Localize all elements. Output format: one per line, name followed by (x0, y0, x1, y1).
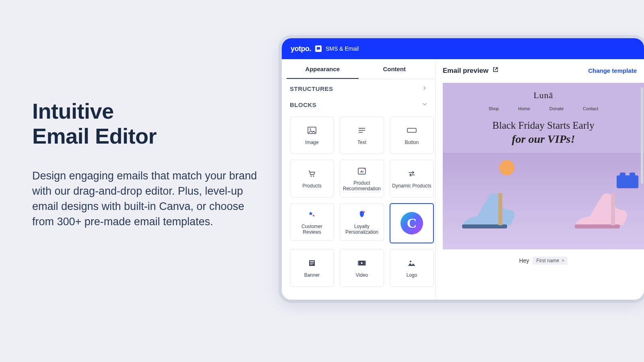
structures-label: STRUCTURES (290, 85, 333, 92)
greeting-row: Hey First name × (443, 249, 644, 270)
block-dynamic-products[interactable]: Dynamic Products (390, 160, 434, 197)
chevron-right-icon (422, 85, 427, 92)
product-name: SMS & Email (326, 45, 359, 52)
block-image-label: Image (305, 140, 318, 145)
hero-title-line1: Intuitive (32, 99, 114, 123)
svg-rect-17 (365, 261, 366, 265)
block-button-label: Button (405, 140, 419, 145)
block-text-label: Text (357, 140, 366, 145)
headline-line1: Black Friday Starts Early (443, 120, 644, 131)
banner-icon (308, 258, 316, 268)
merge-tag-chip[interactable]: First name × (533, 257, 568, 265)
ai-icon: AI (357, 166, 366, 176)
headline-line2: for our VIPs! (443, 133, 644, 146)
email-preview-card: Lunā Shop Home Donate Contact Black Frid… (443, 83, 644, 270)
marketing-hero: Intuitive Email Editor Design engaging e… (32, 99, 258, 229)
svg-rect-5 (407, 128, 416, 132)
canva-icon: C (400, 212, 423, 234)
blocks-grid: Image Text Button (282, 113, 435, 295)
product-shoe-pink (564, 173, 632, 241)
nav-shop[interactable]: Shop (489, 106, 499, 111)
block-product-recommendation[interactable]: AI Product Recommendation (340, 160, 384, 197)
block-button[interactable]: Button (390, 116, 434, 154)
blocks-label: BLOCKS (290, 101, 316, 108)
svg-point-6 (311, 175, 312, 177)
hero-body: Design engaging emails that match your b… (32, 169, 258, 229)
chip-remove-icon[interactable]: × (561, 258, 564, 263)
image-icon (308, 125, 316, 136)
hero-banner: Black Friday Starts Early for our VIPs! (443, 114, 644, 150)
store-nav: Shop Home Donate Contact (443, 101, 644, 114)
text-icon (358, 125, 366, 136)
app-window: yotpo. SMS & Email Appearance Content ST… (282, 38, 644, 300)
block-logo-label: Logo (407, 272, 417, 278)
cart-icon (308, 169, 316, 179)
svg-rect-16 (358, 261, 359, 265)
swap-icon (407, 169, 416, 179)
svg-rect-22 (611, 193, 615, 225)
button-icon (407, 125, 417, 136)
block-customer-reviews[interactable]: Customer Reviews (290, 203, 334, 241)
product-shoe-blue (455, 173, 523, 241)
block-text[interactable]: Text (340, 116, 384, 154)
svg-rect-12 (310, 261, 314, 262)
svg-point-10 (363, 211, 365, 212)
preview-title: Email preview (443, 67, 488, 75)
preview-panel: Email preview Change template Lunā Shop … (436, 59, 644, 300)
brand-badge-icon (315, 45, 322, 52)
section-structures[interactable]: STRUCTURES (282, 79, 435, 97)
block-products[interactable]: Products (290, 160, 334, 197)
block-video-label: Video (356, 272, 368, 278)
block-video[interactable]: Video (340, 249, 384, 287)
star-icon (308, 209, 316, 220)
editor-panel: Appearance Content STRUCTURES BLOCKS (282, 59, 436, 300)
editor-tabs: Appearance Content (282, 59, 435, 79)
block-image[interactable]: Image (290, 116, 334, 154)
app-header: yotpo. SMS & Email (282, 38, 644, 59)
scrollbar-thumb[interactable] (641, 87, 643, 184)
block-reviews-label: Customer Reviews (292, 224, 332, 235)
block-dynprod-label: Dynamic Products (392, 183, 431, 189)
hero-image (443, 153, 644, 249)
block-logo[interactable]: Logo (390, 249, 434, 287)
svg-rect-13 (310, 263, 314, 263)
video-icon (357, 258, 367, 268)
svg-point-1 (310, 128, 311, 130)
nav-donate[interactable]: Donate (549, 106, 564, 111)
nav-home[interactable]: Home (518, 106, 530, 111)
block-canva[interactable]: C (390, 203, 434, 243)
logo-icon (407, 258, 416, 268)
block-loyalty-personalization[interactable]: Loyalty Personalization (340, 203, 384, 241)
chevron-down-icon (422, 101, 427, 108)
loyalty-icon (358, 209, 366, 220)
svg-text:AI: AI (360, 170, 363, 173)
svg-point-7 (313, 175, 314, 177)
block-banner-label: Banner (304, 272, 320, 278)
svg-rect-14 (310, 264, 313, 264)
tab-appearance[interactable]: Appearance (287, 59, 359, 79)
block-products-label: Products (302, 183, 321, 189)
greeting-text: Hey (519, 257, 529, 264)
block-loyalty-label: Loyalty Personalization (342, 224, 382, 235)
brand-logo: yotpo. (291, 45, 311, 53)
hero-title-line2: Email Editor (32, 124, 157, 148)
svg-point-18 (410, 261, 411, 262)
section-blocks[interactable]: BLOCKS (282, 97, 435, 113)
store-logo: Lunā (443, 83, 644, 101)
svg-rect-20 (498, 193, 502, 225)
hero-title: Intuitive Email Editor (32, 99, 258, 148)
chip-label: First name (537, 258, 559, 263)
tab-content[interactable]: Content (359, 59, 431, 79)
nav-contact[interactable]: Contact (583, 106, 598, 111)
block-banner[interactable]: Banner (290, 249, 334, 287)
change-template-link[interactable]: Change template (588, 67, 637, 74)
external-link-icon[interactable] (492, 66, 499, 75)
block-prodrec-label: Product Recommendation (342, 180, 382, 192)
